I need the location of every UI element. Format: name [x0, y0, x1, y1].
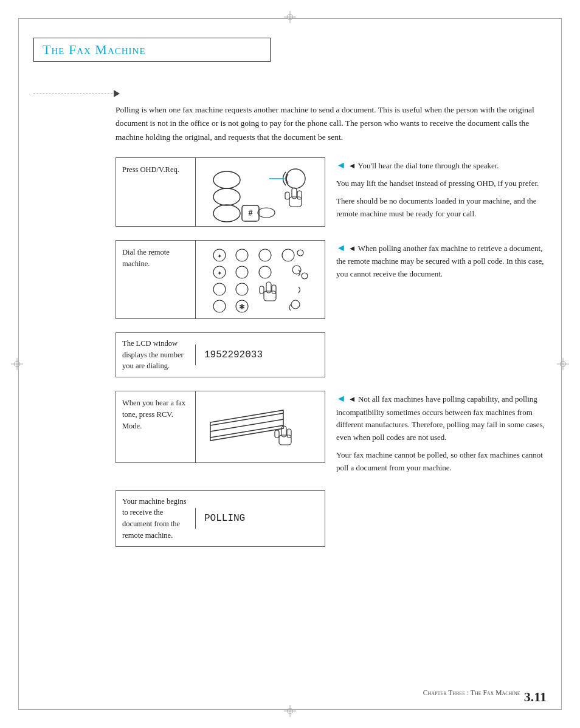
svg-point-25: [236, 283, 248, 295]
dotted-arrow: [33, 90, 120, 97]
step5-lcd-box: Your machine begins to receive the docum…: [116, 490, 325, 547]
step4-left: When you hear a fax tone, press RCV. Mod…: [116, 391, 325, 469]
svg-text:✦: ✦: [217, 253, 222, 259]
step-row-4: When you hear a fax tone, press RCV. Mod…: [116, 391, 547, 483]
svg-rect-40: [275, 430, 279, 438]
keypad1-svg: #: [205, 162, 315, 222]
step1-note-primary: ◄◄ You'll hear the dial tone through the…: [336, 157, 547, 221]
note4-triangle-icon: ◄: [336, 393, 346, 403]
step2-diagram: ✦ ✦: [195, 241, 325, 318]
step-row-2: Dial the remote machine. ✦: [116, 240, 547, 325]
svg-point-14: [236, 249, 248, 261]
svg-point-0: [213, 171, 240, 188]
step4-notes: ◄◄ Not all fax machines have polling cap…: [336, 391, 547, 483]
note-triangle-icon: ◄: [336, 160, 346, 170]
svg-point-24: [213, 283, 226, 295]
arrow-head-icon: [114, 90, 120, 97]
svg-line-34: [210, 413, 283, 425]
step4-box: When you hear a fax tone, press RCV. Mod…: [116, 391, 325, 463]
reg-mark-right: [557, 358, 569, 370]
svg-point-5: [258, 208, 275, 218]
reg-mark-left: [11, 358, 23, 370]
svg-text:✱: ✱: [239, 303, 245, 311]
svg-rect-29: [260, 286, 264, 294]
step4-label: When you hear a fax tone, press RCV. Mod…: [116, 391, 195, 462]
step1-notes: ◄◄ You'll hear the dial tone through the…: [336, 157, 547, 229]
title-box: The Fax Machine: [33, 38, 271, 62]
step-row-5: Your machine begins to receive the docum…: [116, 490, 547, 553]
step1-box: Press OHD/V.Req. #: [116, 157, 325, 227]
step4-note-primary: ◄◄ Not all fax machines have polling cap…: [336, 391, 547, 475]
dotted-line: [33, 94, 112, 94]
svg-line-36: [210, 425, 283, 438]
svg-point-30: [213, 300, 226, 312]
svg-text:✦: ✦: [217, 270, 222, 276]
keypad2-svg: ✦ ✦: [204, 244, 317, 314]
svg-point-23: [302, 273, 308, 279]
svg-point-1: [213, 188, 240, 205]
step2-left: Dial the remote machine. ✦: [116, 240, 325, 325]
step-row-3: The LCD window displays the number you a…: [116, 332, 547, 383]
svg-point-6: [286, 169, 305, 188]
svg-point-33: [291, 300, 300, 309]
footer-chapter-label: Chapter Three : The Fax Machine: [423, 689, 520, 705]
step2-note-primary: ◄◄ When polling another fax machine to r…: [336, 240, 547, 281]
paper-svg: [204, 395, 317, 459]
svg-point-16: [282, 249, 294, 261]
svg-point-2: [213, 205, 240, 222]
step-row-1: Press OHD/V.Req. #: [116, 157, 547, 233]
step4-diagram: [195, 391, 325, 462]
svg-point-20: [236, 266, 248, 278]
footer: Chapter Three : The Fax Machine 3.11: [33, 689, 547, 705]
step5-lcd-label: Your machine begins to receive the docum…: [116, 491, 195, 546]
step3-lcd-box: The LCD window displays the number you a…: [116, 332, 325, 377]
svg-point-17: [297, 250, 303, 256]
step1-label: Press OHD/V.Req.: [116, 158, 195, 226]
step3-left: The LCD window displays the number you a…: [116, 332, 325, 383]
step2-box: Dial the remote machine. ✦: [116, 240, 325, 319]
step5-lcd-display: POLLING: [195, 508, 325, 529]
step3-lcd-label: The LCD window displays the number you a…: [116, 333, 195, 377]
intro-paragraph: Polling is when one fax machine requests…: [116, 103, 547, 144]
step1-left: Press OHD/V.Req. #: [116, 157, 325, 233]
svg-line-35: [210, 419, 283, 431]
note2-triangle-icon: ◄: [336, 242, 346, 253]
svg-rect-10: [285, 192, 289, 199]
page-title: The Fax Machine: [43, 42, 146, 57]
svg-point-21: [259, 266, 271, 278]
step5-left: Your machine begins to receive the docum…: [116, 490, 325, 553]
step2-label: Dial the remote machine.: [116, 241, 195, 318]
reg-mark-bottom: [284, 705, 296, 717]
step2-notes: ◄◄ When polling another fax machine to r…: [336, 240, 547, 289]
reg-mark-top: [284, 11, 296, 23]
main-content: Polling is when one fax machine requests…: [116, 103, 547, 560]
step1-diagram: #: [195, 158, 325, 226]
svg-point-15: [259, 249, 271, 261]
svg-text:#: #: [249, 208, 253, 218]
step3-lcd-display: 1952292033: [195, 345, 325, 365]
footer-page-number: 3.11: [524, 689, 547, 705]
